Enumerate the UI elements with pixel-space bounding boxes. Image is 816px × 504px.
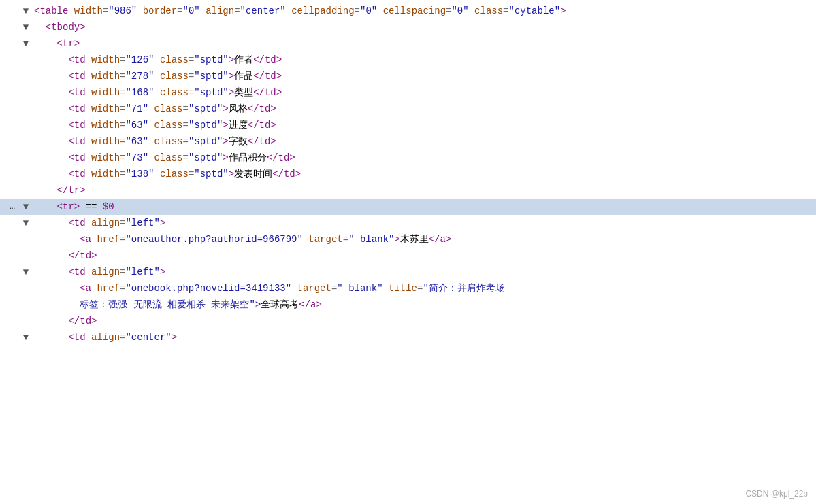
- code-token-attr-name: target: [308, 234, 342, 245]
- code-token-text: [86, 71, 91, 82]
- code-line: ▼ <tr>: [0, 35, 816, 52]
- line-arrow[interactable]: [20, 281, 31, 296]
- line-arrow[interactable]: ▼: [20, 36, 31, 51]
- code-token-chinese: 作品: [234, 71, 253, 82]
- code-line: ▼ <tbody>: [0, 19, 816, 35]
- code-token-attr-value: "0": [360, 5, 377, 16]
- line-code: <td width="71" class="sptd">风格</td>: [31, 101, 816, 116]
- code-token-chinese: 类型: [234, 87, 253, 98]
- line-code: </td>: [31, 314, 816, 329]
- code-token-tag: <td: [68, 71, 85, 82]
- code-token-chinese: 进度: [229, 120, 248, 131]
- line-arrow[interactable]: [20, 297, 31, 312]
- line-arrow[interactable]: ▼: [20, 199, 31, 214]
- code-line: <td width="278" class="sptd">作品</td>: [0, 68, 816, 84]
- code-token-chinese: 风格: [229, 103, 248, 114]
- code-content[interactable]: ▼<table width="986" border="0" align="ce…: [0, 0, 816, 504]
- code-token-tag: >: [229, 71, 234, 82]
- code-token-tag: </td>: [68, 316, 97, 326]
- line-arrow[interactable]: [20, 118, 31, 133]
- code-token-attr-value: "left": [125, 267, 159, 278]
- code-token-text: [154, 87, 159, 98]
- code-token-attr-value-link[interactable]: "oneauthor.php?authorid=966799": [125, 234, 302, 245]
- code-token-tag: >: [394, 234, 399, 245]
- code-token-text: [86, 267, 91, 278]
- code-token-attr-name: width: [91, 152, 120, 163]
- code-token-attr-name: width: [91, 169, 120, 180]
- code-token-tag: >: [160, 218, 165, 229]
- code-line: <td width="73" class="sptd">作品积分</td>: [0, 150, 816, 166]
- code-token-text: [291, 283, 297, 294]
- line-arrow[interactable]: [20, 52, 31, 67]
- code-token-attr-name: align: [206, 5, 234, 16]
- line-code: 标签：强强 无限流 相爱相杀 未来架空">全球高考</a>: [31, 297, 816, 312]
- code-token-punct: =: [183, 120, 189, 131]
- code-token-tag: <a: [80, 283, 91, 294]
- code-line: <a href="oneauthor.php?authorid=966799" …: [0, 231, 816, 248]
- code-line: 标签：强强 无限流 相爱相杀 未来架空">全球高考</a>: [0, 297, 816, 313]
- code-token-attr-value: "73": [125, 152, 148, 163]
- line-arrow[interactable]: ▼: [20, 330, 31, 345]
- line-code: <td align="center">: [31, 330, 816, 345]
- code-line: ▼<table width="986" border="0" align="ce…: [0, 3, 816, 19]
- code-line: <td width="126" class="sptd">作者</td>: [0, 52, 816, 68]
- code-token-attr-name: border: [143, 5, 177, 16]
- line-arrow[interactable]: ▼: [20, 3, 31, 18]
- code-token-tag: </td>: [248, 136, 276, 147]
- code-line: <td width="168" class="sptd">类型</td>: [0, 84, 816, 101]
- code-token-attr-value: "sptd": [194, 71, 228, 82]
- line-code: <a href="oneauthor.php?authorid=966799" …: [31, 232, 816, 247]
- line-arrow[interactable]: [20, 248, 31, 263]
- code-line: <td width="71" class="sptd">风格</td>: [0, 101, 816, 117]
- code-token-text: [86, 103, 91, 114]
- line-arrow[interactable]: [20, 150, 31, 165]
- code-token-attr-name: class: [160, 54, 189, 65]
- code-token-tag: <td: [68, 332, 85, 343]
- line-code: <td width="138" class="sptd">发表时间</td>: [31, 167, 816, 182]
- line-arrow[interactable]: ▼: [20, 20, 31, 35]
- line-arrow[interactable]: [20, 101, 31, 116]
- code-token-tag: >: [560, 5, 566, 16]
- line-code: <td width="63" class="sptd">进度</td>: [31, 118, 816, 133]
- code-token-text: [86, 136, 91, 147]
- code-token-attr-value: "168": [125, 87, 154, 98]
- code-token-tag: <a: [80, 234, 91, 245]
- code-token-attr-value: "63": [125, 136, 148, 147]
- line-arrow[interactable]: ▼: [20, 265, 31, 280]
- code-token-attr-value: "0": [183, 5, 200, 16]
- line-arrow[interactable]: [20, 167, 31, 182]
- code-token-text: [68, 5, 74, 16]
- code-token-tag: <td: [68, 120, 85, 131]
- code-token-attr-name: align: [91, 267, 120, 278]
- line-arrow[interactable]: [20, 183, 31, 198]
- code-token-tag: >: [229, 54, 234, 65]
- code-token-attr-name: width: [74, 5, 103, 16]
- line-arrow[interactable]: [20, 314, 31, 329]
- code-token-attr-name: width: [91, 54, 120, 65]
- code-token-tag: </td>: [253, 87, 282, 98]
- code-token-tag: <td: [68, 103, 85, 114]
- code-line: ▼ <td align="left">: [0, 264, 816, 280]
- line-arrow[interactable]: [20, 69, 31, 84]
- line-code: <td width="73" class="sptd">作品积分</td>: [31, 150, 816, 165]
- code-line: </td>: [0, 313, 816, 329]
- code-token-text: [154, 169, 159, 180]
- line-arrow[interactable]: [20, 85, 31, 100]
- line-arrow[interactable]: [20, 134, 31, 149]
- code-token-punct: =: [183, 103, 189, 114]
- code-token-tag: </a>: [429, 234, 452, 245]
- line-arrow[interactable]: ▼: [20, 216, 31, 231]
- line-code: <td align="left">: [31, 265, 816, 280]
- code-token-eq-marker: ==: [80, 201, 103, 212]
- code-token-attr-name: cellspacing: [383, 5, 446, 16]
- code-token-text: [86, 152, 91, 163]
- line-arrow[interactable]: [20, 232, 31, 247]
- code-token-attr-name: width: [91, 87, 120, 98]
- code-token-tag: </a>: [299, 299, 322, 310]
- code-token-attr-name: width: [91, 120, 120, 131]
- code-token-tag: <tbody>: [46, 22, 86, 33]
- code-token-attr-value-link[interactable]: "onebook.php?novelid=3419133": [125, 283, 291, 294]
- code-token-attr-value: "left": [125, 218, 159, 229]
- code-token-attr-name: class: [160, 87, 189, 98]
- code-token-attr-value: "986": [108, 5, 137, 16]
